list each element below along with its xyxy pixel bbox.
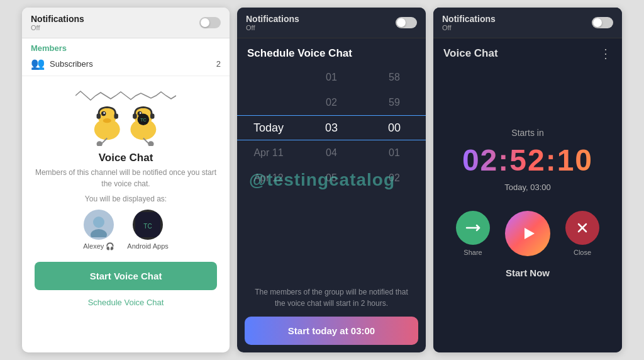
- svg-point-17: [148, 141, 153, 146]
- members-section: Members 👥 Subscribers 2: [22, 38, 230, 76]
- play-circle: [505, 211, 550, 256]
- svg-rect-14: [133, 114, 137, 119]
- min-02: 02: [363, 166, 426, 191]
- date-item-apr11: Apr 11: [237, 140, 300, 166]
- notif-bar-2: Notifications Off: [237, 8, 426, 38]
- notif-sub-1: Off: [31, 24, 84, 31]
- vc-header: Voice Chat ⋮: [433, 38, 622, 66]
- avatar-item-1: Alexey 🎧: [83, 210, 114, 250]
- date-item-today: Today: [237, 115, 300, 140]
- countdown-timer: 02:52:10: [462, 143, 593, 177]
- min-59: 59: [363, 90, 426, 115]
- avatar-label-1: Alexey 🎧: [83, 242, 114, 250]
- hour-01: 01: [300, 65, 363, 90]
- start-voice-button[interactable]: Start Voice Chat: [35, 262, 217, 290]
- more-options-icon[interactable]: ⋮: [599, 46, 612, 61]
- controls-row: Share: [456, 211, 599, 256]
- avatar-circle-2: TC: [133, 210, 163, 240]
- vc-header-title: Voice Chat: [443, 47, 498, 60]
- hour-04: 04: [300, 140, 363, 166]
- close-label: Close: [574, 249, 591, 256]
- svg-point-21: [91, 229, 107, 237]
- close-circle: [565, 211, 599, 245]
- screen-2: Notifications Off Schedule Voice Chat To…: [237, 8, 426, 352]
- svg-text:TC: TC: [143, 223, 152, 230]
- screen-3: Notifications Off Voice Chat ⋮ Starts in…: [433, 8, 622, 352]
- vc-title-1: Voice Chat: [99, 152, 153, 164]
- date-column: Today Apr 11 Apr 12: [237, 65, 300, 191]
- subscribers-text: Subscribers: [50, 59, 93, 69]
- close-button[interactable]: Close: [565, 211, 599, 256]
- svg-point-20: [93, 217, 104, 228]
- hour-05: 05: [300, 166, 363, 191]
- duck-illustration: TC: [85, 86, 167, 149]
- avatar-circle-1: [84, 210, 114, 240]
- start-today-button[interactable]: Start today at 03:00: [245, 317, 418, 345]
- notif-toggle-1[interactable]: [199, 17, 221, 28]
- svg-rect-6: [114, 114, 118, 119]
- play-button[interactable]: [505, 211, 550, 256]
- notif-title-2: Notifications: [246, 14, 299, 24]
- notif-title-1: Notifications: [31, 14, 84, 24]
- date-item-empty: [237, 65, 300, 90]
- svg-marker-24: [525, 228, 535, 239]
- notif-title-3: Notifications: [442, 14, 496, 24]
- share-label: Share: [464, 249, 482, 256]
- min-00: 00: [363, 115, 426, 140]
- notif-toggle-2[interactable]: [396, 17, 417, 28]
- notif-toggle-3[interactable]: [592, 17, 613, 28]
- avatar-label-2: Android Apps: [127, 242, 168, 250]
- minute-column: 58 59 00 01 02: [363, 65, 426, 191]
- notif-sub-2: Off: [246, 24, 299, 31]
- svg-point-3: [103, 112, 105, 114]
- today-time-label: Today, 03:00: [504, 183, 550, 192]
- subscribers-row: 👥 Subscribers 2: [31, 57, 221, 70]
- min-01: 01: [363, 140, 426, 166]
- notif-bar-3: Notifications Off: [433, 8, 622, 38]
- svg-point-12: [140, 112, 142, 114]
- date-item-apr12: Apr 12: [237, 166, 300, 191]
- members-label: Members: [31, 43, 221, 53]
- subscribers-icon: 👥: [31, 57, 45, 70]
- svg-point-4: [103, 118, 111, 123]
- avatar-item-2: TC Android Apps: [127, 210, 168, 250]
- screen3-bg: Notifications Off Voice Chat ⋮ Starts in…: [433, 8, 622, 352]
- screen-1: Notifications Off Members 👥 Subscribers …: [22, 8, 230, 352]
- screen2-bg: Notifications Off Schedule Voice Chat To…: [237, 8, 426, 352]
- notif-sub-3: Off: [442, 24, 496, 31]
- start-now-label: Start Now: [506, 267, 550, 278]
- notif-bar-1: Notifications Off: [22, 8, 230, 38]
- min-58: 58: [363, 65, 426, 90]
- schedule-voice-link[interactable]: Schedule Voice Chat: [88, 298, 164, 307]
- svg-text:TC: TC: [140, 118, 147, 123]
- displayed-as-label: You will be displayed as:: [85, 194, 167, 203]
- date-item-empty2: [237, 90, 300, 115]
- hour-column: 01 02 03 04 05: [300, 65, 363, 191]
- time-columns: Today Apr 11 Apr 12 01 02 03 04 05 5: [237, 65, 426, 191]
- share-button[interactable]: Share: [456, 211, 490, 256]
- voice-chat-content: TC Voice Chat Members of this channel wi…: [22, 76, 230, 315]
- svg-rect-5: [97, 114, 101, 119]
- time-picker[interactable]: Today Apr 11 Apr 12 01 02 03 04 05 5: [237, 65, 426, 279]
- hour-03: 03: [300, 115, 363, 140]
- share-circle: [456, 211, 490, 245]
- starts-in-label: Starts in: [511, 128, 543, 138]
- timer-section: Starts in 02:52:10 Today, 03:00 Share: [433, 66, 622, 352]
- svg-rect-15: [150, 114, 155, 119]
- svg-point-8: [97, 141, 103, 146]
- subscribers-count: 2: [216, 59, 221, 69]
- schedule-title: Schedule Voice Chat: [237, 38, 426, 65]
- hour-02: 02: [300, 90, 363, 115]
- vc-desc-1: Members of this channel will be notified…: [35, 167, 217, 189]
- schedule-note: The members of the group will be notifie…: [237, 279, 426, 317]
- avatars-row: Alexey 🎧 TC Android Apps: [83, 210, 169, 250]
- audio-wave-icon: [75, 89, 176, 103]
